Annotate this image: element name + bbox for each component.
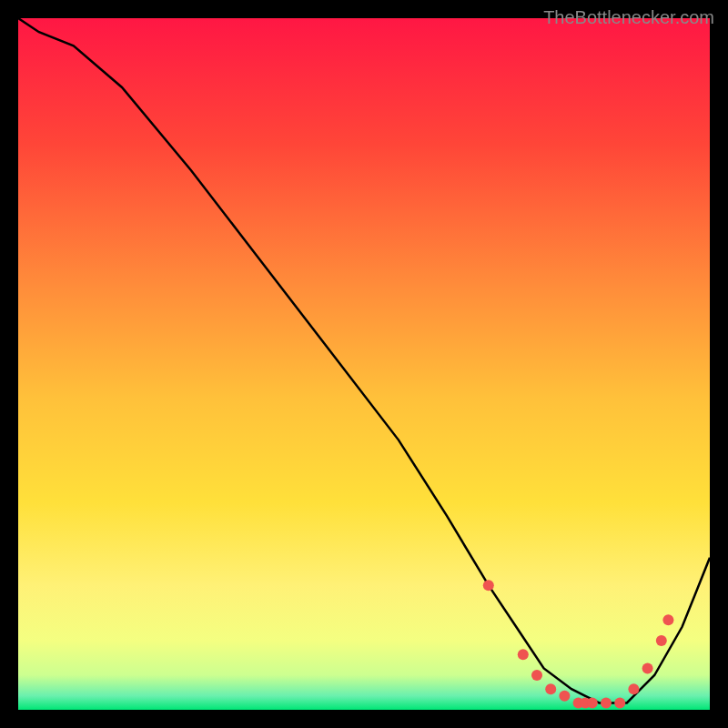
watermark-text: TheBottlenecker.com <box>543 7 714 28</box>
scatter-dot <box>642 662 653 673</box>
scatter-dot <box>662 614 673 625</box>
scatter-dot <box>483 580 494 591</box>
gradient-background <box>18 18 710 710</box>
scatter-dot <box>545 683 556 694</box>
scatter-dot <box>531 670 542 681</box>
scatter-dot <box>628 683 639 694</box>
scatter-dot <box>559 691 570 702</box>
scatter-dot <box>587 697 598 708</box>
scatter-dot <box>656 635 667 646</box>
chart-container <box>18 18 710 710</box>
scatter-dot <box>601 697 612 708</box>
chart-svg <box>18 18 710 710</box>
scatter-dot <box>614 697 625 708</box>
scatter-dot <box>518 649 529 660</box>
